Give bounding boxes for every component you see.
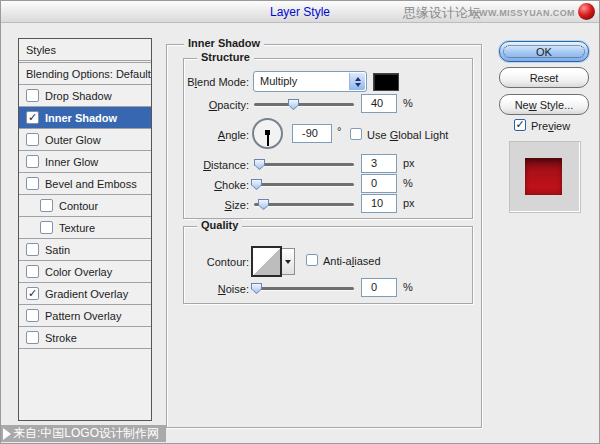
noise-input[interactable]: 0 [361,278,397,297]
quality-group-title: Quality [197,219,242,232]
preview-label: Preview [531,120,570,132]
sidebar-item-label: Drop Shadow [45,90,112,102]
checkmark-icon: ✓ [28,288,37,299]
blend-mode-value: Multiply [260,75,297,87]
sidebar-item-color-overlay[interactable]: Color Overlay [19,261,151,283]
bottom-watermark: 来自:中国LOGO设计制作网 [1,425,166,442]
noise-label: Noise: [183,282,249,296]
opacity-unit: % [403,97,413,109]
contour-dropdown-button[interactable] [282,248,295,275]
checkmark-icon: ✓ [515,119,524,130]
checkbox-color-overlay[interactable] [26,265,39,278]
choke-unit: % [403,177,413,189]
sidebar-item-satin[interactable]: Satin [19,239,151,261]
opacity-slider-track[interactable] [254,103,354,106]
checkmark-icon: ✓ [28,112,37,123]
sidebar-item-label: Pattern Overlay [45,310,121,322]
sidebar-item-styles[interactable]: Styles [19,39,151,61]
contour-thumbnail[interactable] [251,246,282,277]
sidebar-item-stroke[interactable]: Stroke [19,327,151,349]
watermark-url: WWW.MISSYUAN.COM [470,8,575,18]
reset-button[interactable]: Reset [499,67,589,88]
shadow-color-swatch[interactable] [373,73,399,91]
chevron-up-icon [355,77,361,81]
new-style-button[interactable]: New Style... [499,94,589,115]
styles-list: Styles Blending Options: Default Drop Sh… [18,38,152,421]
sidebar-item-outer-glow[interactable]: Outer Glow [19,129,151,151]
choke-label: Choke: [183,178,249,192]
opacity-label: Opacity: [183,98,249,112]
sidebar-item-label: Stroke [45,332,77,344]
anti-aliased-checkbox[interactable] [306,254,318,266]
sidebar-item-label: Bevel and Emboss [45,178,137,190]
checkbox-inner-glow[interactable] [26,155,39,168]
sidebar-item-inner-shadow[interactable]: ✓ Inner Shadow [19,107,151,129]
checkbox-satin[interactable] [26,243,39,256]
anti-aliased-label: Anti-aliased [323,255,381,267]
missyuan-logo-icon [578,3,595,20]
checkbox-pattern-overlay[interactable] [26,309,39,322]
checkbox-inner-shadow[interactable]: ✓ [26,111,39,124]
use-global-light-checkbox[interactable] [350,128,362,140]
preview-checkbox[interactable]: ✓ [514,119,526,131]
sidebar-item-bevel-and-emboss[interactable]: Bevel and Emboss [19,173,151,195]
distance-slider-track[interactable] [254,163,354,166]
checkbox-bevel-emboss[interactable] [26,177,39,190]
checkbox-stroke[interactable] [26,331,39,344]
chevron-down-icon [355,83,361,87]
sidebar-item-label: Satin [45,244,70,256]
checkbox-texture[interactable] [40,221,53,234]
sidebar-item-label: Blending Options: Default [26,68,151,80]
sidebar-item-label: Gradient Overlay [45,288,128,300]
distance-label: Distance: [183,158,249,172]
size-label: Size: [183,198,249,212]
layer-style-dialog: Layer Style 思缘设计论坛 WWW.MISSYUAN.COM Styl… [0,0,600,444]
size-input[interactable]: 10 [361,194,397,213]
distance-input[interactable]: 3 [361,154,397,173]
angle-input[interactable]: -90 [292,124,332,143]
sidebar-item-contour[interactable]: Contour [19,195,151,217]
sidebar-item-gradient-overlay[interactable]: ✓ Gradient Overlay [19,283,151,305]
blend-mode-label: Blend Mode: [183,75,249,89]
sidebar-item-label: Inner Shadow [45,112,117,124]
sidebar-item-drop-shadow[interactable]: Drop Shadow [19,85,151,107]
checkbox-drop-shadow[interactable] [26,89,39,102]
sidebar-item-label: Contour [59,200,98,212]
blend-mode-select[interactable]: Multiply [253,71,367,92]
size-unit: px [403,197,415,209]
checkbox-contour[interactable] [40,199,53,212]
noise-unit: % [403,281,413,293]
sidebar-item-inner-glow[interactable]: Inner Glow [19,151,151,173]
contour-label: Contour: [183,255,249,269]
angle-label: Angle: [183,128,249,142]
checkbox-outer-glow[interactable] [26,133,39,146]
sidebar-item-blending-options[interactable]: Blending Options: Default [19,63,151,85]
angle-unit: ° [337,125,341,137]
opacity-input[interactable]: 40 [361,94,397,113]
preview-red-swatch [525,158,562,195]
dropdown-spinner[interactable] [349,73,365,90]
size-slider-track[interactable] [254,203,354,206]
distance-unit: px [403,157,415,169]
sidebar-item-label: Color Overlay [45,266,112,278]
bottom-watermark-text: 来自:中国LOGO设计制作网 [13,425,159,442]
choke-input[interactable]: 0 [361,174,397,193]
sidebar-item-label: Inner Glow [45,156,98,168]
sidebar-item-label: Outer Glow [45,134,101,146]
choke-slider-track[interactable] [254,183,354,186]
angle-dial-center [265,130,270,135]
style-preview-thumbnail [509,141,581,213]
panel-title: Inner Shadow [184,37,264,50]
noise-slider-track[interactable] [254,287,354,290]
ok-button[interactable]: OK [499,41,589,62]
sidebar-item-label: Styles [26,44,56,56]
use-global-light-label: Use Global Light [367,129,448,141]
angle-dial[interactable] [252,118,283,149]
sidebar-item-pattern-overlay[interactable]: Pattern Overlay [19,305,151,327]
sidebar-item-texture[interactable]: Texture [19,217,151,239]
chevron-down-icon [285,260,291,264]
title-bar[interactable]: Layer Style 思缘设计论坛 WWW.MISSYUAN.COM [1,1,599,23]
structure-group-title: Structure [197,51,254,64]
checkbox-gradient-overlay[interactable]: ✓ [26,287,39,300]
watermark-arrow-icon [3,428,11,440]
